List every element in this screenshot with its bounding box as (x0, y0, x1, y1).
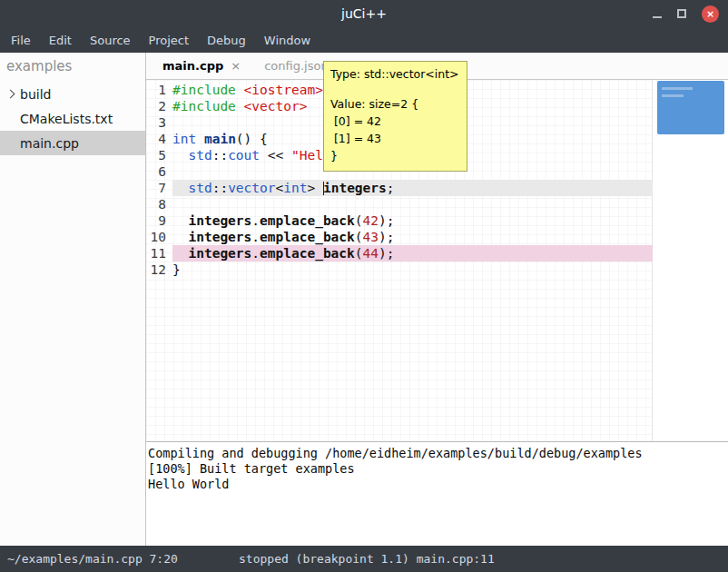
code-token: emplace_back (260, 230, 355, 244)
code-token: > (307, 181, 322, 195)
code-token: ( (355, 213, 363, 228)
code-token (172, 181, 188, 195)
code-token: ( (355, 246, 363, 261)
tooltip-value-lines: Value: size=2 { [0] = 42 [1] = 43} (330, 95, 459, 164)
tree-item-label: build (20, 87, 51, 102)
output-line: Compiling and debugging /home/eidheim/ex… (148, 446, 728, 461)
code-token: int (283, 181, 307, 195)
code-token (172, 148, 188, 163)
line-number: 8 (146, 196, 166, 212)
tree-item-label: CMakeLists.txt (20, 112, 113, 126)
code-token: ); (379, 213, 394, 228)
menu-item-file[interactable]: File (2, 29, 40, 52)
code-token (196, 132, 204, 146)
code-token: 44 (363, 246, 379, 261)
close-button[interactable]: × (702, 5, 719, 23)
code-token: #include (172, 83, 236, 97)
menu-item-window[interactable]: Window (255, 29, 320, 52)
code-token: emplace_back (260, 213, 355, 228)
code-token: integers (323, 181, 387, 195)
code-token (172, 230, 188, 244)
juci-window: juCi++ × FileEditSourceProjectDebugWindo… (0, 0, 728, 572)
code-line-8[interactable] (172, 196, 653, 212)
menu-item-project[interactable]: Project (140, 29, 198, 52)
code-token: int (172, 132, 196, 146)
code-token: integers (188, 213, 251, 228)
titlebar: juCi++ × (0, 0, 728, 27)
line-number: 6 (146, 163, 166, 180)
line-number: 4 (146, 131, 166, 147)
tooltip-type-line: Type: std::vector<int> (330, 67, 459, 82)
code-line-9[interactable]: integers.emplace_back(42); (172, 212, 653, 229)
line-number: 9 (146, 212, 166, 229)
file-tree: buildCMakeLists.txtmain.cpp (0, 82, 145, 155)
tab-main-cpp[interactable]: main.cpp× (153, 53, 250, 79)
code-line-11[interactable]: integers.emplace_back(44); (172, 245, 653, 261)
code-token: main (204, 132, 236, 146)
tab-label: main.cpp (162, 59, 223, 73)
status-debug-state: stopped (breakpoint 1.1) main.cpp:11 (239, 552, 495, 566)
output-line: [100%] Built target examples (148, 461, 728, 477)
code-token: } (172, 262, 181, 277)
overview-mark (662, 87, 693, 90)
file-explorer: examples buildCMakeLists.txtmain.cpp (0, 53, 146, 546)
debug-value-tooltip: Type: std::vector<int> Value: size=2 { [… (323, 61, 467, 172)
minimize-button[interactable] (653, 9, 662, 18)
code-token: vector (228, 181, 275, 195)
code-token: . (251, 213, 260, 228)
tooltip-value-line: [0] = 42 (330, 113, 459, 130)
gutter[interactable]: 123456789101112 (146, 80, 172, 441)
line-number: 11 (146, 245, 166, 261)
tree-item-label: main.cpp (20, 136, 79, 151)
code-token: integers (188, 246, 251, 261)
tree-item-main-cpp[interactable]: main.cpp (0, 131, 145, 155)
line-number: 1 (146, 82, 166, 98)
status-file-position: ~/examples/main.cpp 7:20 (7, 552, 178, 566)
tab-label: config.json (264, 59, 329, 73)
code-line-7[interactable]: std::vector<int> integers; (172, 180, 653, 196)
line-number: 12 (146, 261, 166, 278)
window-title: juCi++ (341, 6, 387, 21)
code-token: . (251, 246, 260, 261)
code-line-12[interactable]: } (172, 261, 653, 278)
code-token: << (260, 148, 291, 163)
statusbar: ~/examples/main.cpp 7:20 stopped (breakp… (0, 546, 728, 572)
menu-item-edit[interactable]: Edit (40, 29, 81, 52)
project-name: examples (0, 53, 145, 82)
code-token: emplace_back (260, 246, 355, 261)
line-number: 5 (146, 147, 166, 163)
tooltip-value-line: Value: size=2 { (330, 95, 459, 113)
overview-mark (662, 94, 684, 97)
line-number: 10 (146, 229, 166, 245)
code-token: :: (212, 148, 228, 163)
line-number: 2 (146, 98, 166, 114)
scroll-overview[interactable] (657, 81, 724, 134)
tooltip-value-line: } (330, 147, 459, 164)
tooltip-value-line: [1] = 43 (330, 130, 459, 147)
code-token: . (251, 230, 260, 244)
output-panel[interactable]: Compiling and debugging /home/eidheim/ex… (146, 441, 728, 546)
tree-item-cmakelists-txt[interactable]: CMakeLists.txt (0, 106, 145, 131)
code-token: #include (172, 99, 236, 113)
chevron-right-icon (6, 91, 20, 97)
code-token: :: (212, 181, 228, 195)
code-token: <vector> (244, 99, 308, 113)
code-token: integers (188, 230, 251, 244)
code-token: std (188, 181, 212, 195)
code-token: ( (355, 230, 363, 244)
menu-item-debug[interactable]: Debug (198, 29, 255, 52)
line-number: 3 (146, 114, 166, 131)
maximize-button[interactable] (677, 9, 686, 18)
code-token: 43 (363, 230, 379, 244)
menubar: FileEditSourceProjectDebugWindow (0, 27, 728, 53)
code-token: cout (228, 148, 260, 163)
code-token: () { (236, 132, 268, 146)
code-token: ); (379, 230, 394, 244)
tab-close-icon[interactable]: × (231, 59, 241, 73)
menu-item-source[interactable]: Source (81, 29, 140, 52)
code-line-10[interactable]: integers.emplace_back(43); (172, 229, 653, 245)
code-token (172, 246, 188, 261)
tree-item-build[interactable]: build (0, 82, 145, 106)
code-token: std (188, 148, 212, 163)
code-token (172, 213, 188, 228)
